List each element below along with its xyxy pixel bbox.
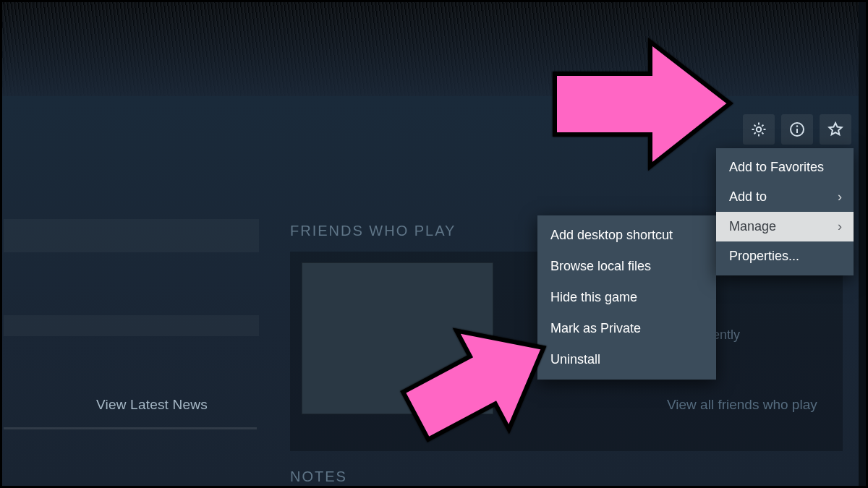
left-panel-block xyxy=(4,219,259,252)
view-all-friends-link[interactable]: View all friends who play xyxy=(667,397,817,413)
submenu-item-add-desktop-shortcut[interactable]: Add desktop shortcut xyxy=(537,220,716,251)
chevron-right-icon: › xyxy=(838,189,842,205)
context-menu-item-add-to[interactable]: Add to › xyxy=(716,182,854,212)
manage-gear-button[interactable] xyxy=(743,114,775,145)
left-panel-faded-text xyxy=(4,273,259,313)
favorite-star-button[interactable] xyxy=(820,114,851,145)
divider xyxy=(4,427,257,429)
menu-item-label: Manage xyxy=(729,219,776,234)
notes-heading: NOTES xyxy=(290,468,347,485)
window-right-edge xyxy=(859,2,866,486)
info-icon xyxy=(788,121,806,138)
context-menu-item-properties[interactable]: Properties... xyxy=(716,241,854,271)
annotation-arrow xyxy=(542,35,737,182)
menu-item-label: Properties... xyxy=(729,249,799,264)
submenu-item-hide-this-game[interactable]: Hide this game xyxy=(537,282,716,313)
submenu-item-mark-as-private[interactable]: Mark as Private xyxy=(537,313,716,344)
info-button[interactable] xyxy=(781,114,813,145)
submenu-item-browse-local-files[interactable]: Browse local files xyxy=(537,251,716,282)
view-latest-news-link[interactable]: View Latest News xyxy=(96,397,208,413)
gear-icon xyxy=(750,121,767,138)
submenu-item-uninstall[interactable]: Uninstall xyxy=(537,344,716,375)
menu-item-label: Add to Favorites xyxy=(729,160,824,175)
chevron-right-icon: › xyxy=(838,219,842,234)
svg-point-3 xyxy=(796,125,798,127)
svg-point-0 xyxy=(757,127,761,132)
menu-item-label: Add to xyxy=(729,189,767,205)
star-icon xyxy=(827,121,844,138)
manage-submenu: Add desktop shortcut Browse local files … xyxy=(537,215,716,380)
left-panel-block-2 xyxy=(4,315,259,336)
annotation-arrow xyxy=(396,313,563,453)
context-menu-item-manage[interactable]: Manage › xyxy=(716,212,854,241)
friends-who-play-heading: FRIENDS WHO PLAY xyxy=(290,223,456,239)
